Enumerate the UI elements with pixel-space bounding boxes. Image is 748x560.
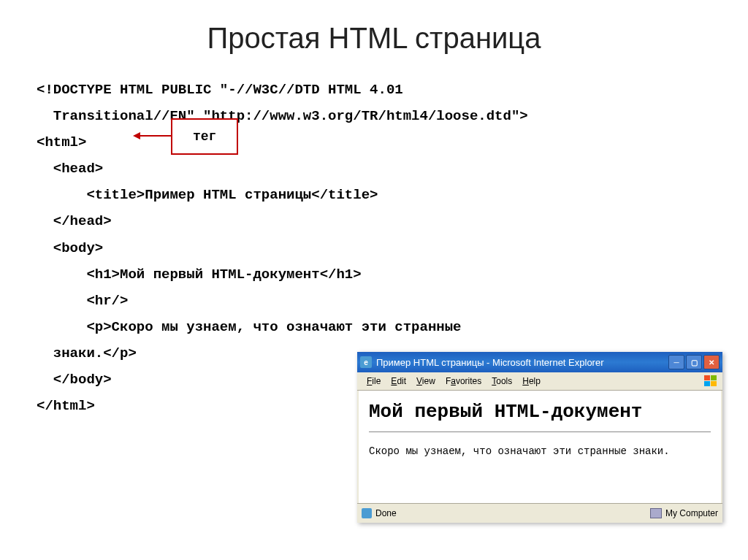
code-line: <head>: [37, 156, 711, 182]
code-line: <!DOCTYPE HTML PUBLIC "-//W3C//DTD HTML …: [37, 77, 711, 103]
browser-statusbar: Done My Computer: [357, 503, 722, 523]
menu-file[interactable]: File: [362, 375, 386, 387]
browser-menubar: File Edit View Favorites Tools Help: [357, 372, 722, 391]
ie-icon: e: [360, 356, 372, 368]
code-line: <title>Пример HTML страницы</title>: [37, 182, 711, 208]
window-title: Пример HTML страницы - Microsoft Interne…: [376, 357, 668, 368]
close-button[interactable]: ✕: [703, 355, 720, 369]
page-heading: Мой первый HTML-документ: [369, 401, 711, 423]
window-controls: ─ ▢ ✕: [668, 355, 720, 369]
browser-titlebar: e Пример HTML страницы - Microsoft Inter…: [357, 352, 722, 372]
svg-marker-1: [133, 132, 140, 139]
tag-callout: тег: [171, 118, 238, 155]
menu-help[interactable]: Help: [517, 375, 546, 387]
menu-favorites[interactable]: Favorites: [440, 375, 486, 387]
my-computer-icon: [650, 508, 662, 518]
code-line: </head>: [37, 208, 711, 234]
status-done-text: Done: [375, 508, 397, 518]
code-line: <h1>Мой первый HTML-документ</h1>: [37, 261, 711, 288]
browser-viewport: Мой первый HTML-документ Скоро мы узнаем…: [357, 391, 722, 503]
windows-logo-icon: [703, 375, 718, 388]
page-paragraph: Скоро мы узнаем, что означают эти странн…: [369, 445, 711, 457]
code-line: Transitional//EN" "http://www.w3.org/TR/…: [37, 103, 711, 129]
browser-preview-window: e Пример HTML страницы - Microsoft Inter…: [357, 352, 722, 523]
callout-arrow-icon: [133, 129, 173, 143]
maximize-button[interactable]: ▢: [686, 355, 702, 369]
slide-title: Простая HTML страница: [37, 22, 711, 55]
menu-view[interactable]: View: [411, 375, 440, 387]
page-divider: [369, 431, 711, 432]
menu-tools[interactable]: Tools: [486, 375, 517, 387]
callout-label: тег: [171, 118, 238, 155]
done-icon: [362, 508, 372, 518]
status-right: My Computer: [650, 508, 718, 518]
code-line: <hr/>: [37, 288, 711, 314]
status-location-text: My Computer: [665, 508, 718, 518]
menu-edit[interactable]: Edit: [386, 375, 411, 387]
minimize-button[interactable]: ─: [668, 355, 684, 369]
code-line: <body>: [37, 235, 711, 261]
code-line: <p>Скоро мы узнаем, что означают эти стр…: [37, 314, 711, 340]
status-left: Done: [362, 508, 397, 518]
